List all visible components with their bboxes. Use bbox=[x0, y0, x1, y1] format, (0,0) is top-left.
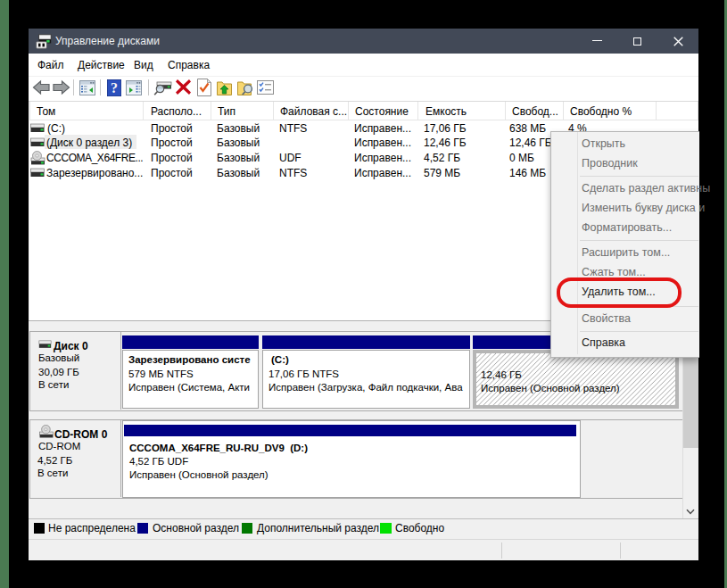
svg-text:?: ? bbox=[111, 80, 118, 95]
